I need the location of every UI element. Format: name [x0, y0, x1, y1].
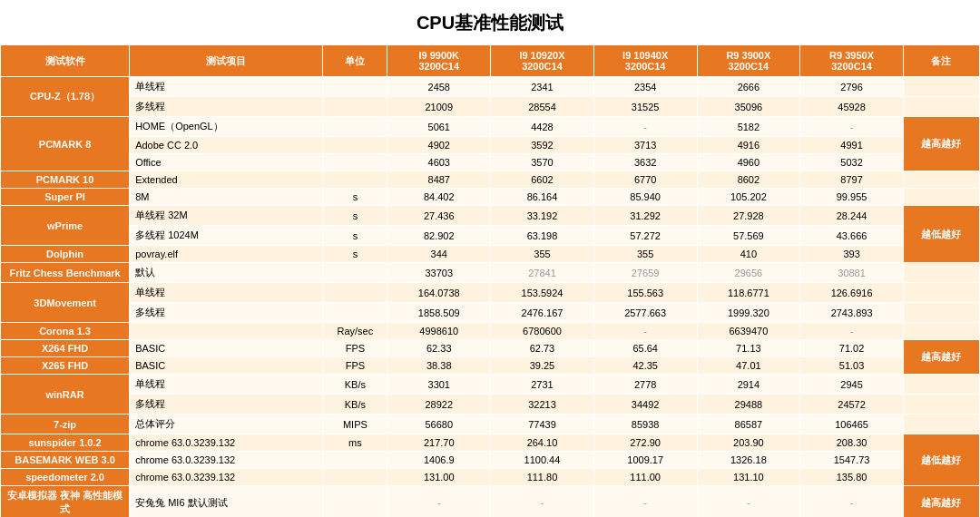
cell-value: 393	[800, 246, 904, 263]
cell-value: 153.5924	[491, 283, 594, 303]
cell-value: -	[697, 486, 800, 518]
cell-value: 32213	[491, 395, 594, 415]
cell-value: 155.563	[593, 283, 697, 303]
cell-value: 6780600	[491, 323, 594, 340]
cell-software: 3DMovement	[1, 283, 130, 323]
table-row: 多线程1858.5092476.1672577.6631999.3202743.…	[1, 303, 980, 323]
cell-unit: s	[323, 189, 387, 206]
cell-value: 29488	[697, 395, 800, 415]
header-col4: R9 3900X 3200C14	[697, 45, 800, 77]
cell-software: BASEMARK WEB 3.0	[1, 452, 130, 469]
cell-value: 99.955	[800, 189, 904, 206]
cell-value: 57.569	[697, 226, 800, 246]
cell-value: 5061	[387, 117, 491, 137]
cell-value: 3570	[491, 154, 594, 171]
cell-note-empty	[903, 171, 979, 189]
cell-item: 单线程 32M	[130, 206, 323, 226]
cell-value: 2476.167	[491, 303, 594, 323]
cell-item: povray.elf	[130, 246, 323, 263]
cell-item: BASIC	[130, 340, 323, 357]
cell-value: 2458	[387, 77, 491, 97]
cell-software: CPU-Z（1.78）	[1, 77, 130, 117]
cell-unit	[323, 303, 387, 323]
cell-value: 51.03	[800, 357, 904, 375]
cell-item: chrome 63.0.3239.132	[130, 434, 323, 452]
cell-value: 5182	[697, 117, 800, 137]
cell-value: -	[800, 117, 904, 137]
cell-note-empty	[903, 97, 979, 117]
cell-unit	[323, 452, 387, 469]
cell-unit: FPS	[323, 340, 387, 357]
cell-value: 126.6916	[800, 283, 904, 303]
cell-software: winRAR	[1, 375, 130, 415]
cell-value: 28922	[387, 395, 491, 415]
cell-value: 6602	[491, 171, 594, 189]
cell-value: 1547.73	[800, 452, 904, 469]
cell-item: 默认	[130, 263, 323, 283]
cell-note: 越高越好	[903, 486, 979, 518]
cell-value: 86.164	[491, 189, 594, 206]
cell-item: 单线程	[130, 283, 323, 303]
cell-item: 总体评分	[130, 415, 323, 434]
table-row: Adobe CC 2.049023592371349164991	[1, 137, 980, 154]
cell-value: 2796	[800, 77, 904, 97]
cell-note-empty	[903, 375, 979, 395]
table-row: winRAR单线程KB/s33012731277829142945	[1, 375, 980, 395]
table-row: sunspider 1.0.2chrome 63.0.3239.132ms217…	[1, 434, 980, 452]
cell-value: 4902	[387, 137, 491, 154]
cell-note-empty	[903, 415, 979, 434]
cell-item: 8M	[130, 189, 323, 206]
cell-unit	[323, 283, 387, 303]
header-note: 备注	[903, 45, 979, 77]
header-software: 测试软件	[1, 45, 130, 77]
cell-value: 2666	[697, 77, 800, 97]
cell-value: 77439	[491, 415, 594, 434]
cell-value: 4603	[387, 154, 491, 171]
cell-value: 62.33	[387, 340, 491, 357]
cell-software: PCMARK 10	[1, 171, 130, 189]
table-row: CPU-Z（1.78）单线程24582341235426662796	[1, 77, 980, 97]
table-row: Super PI8Ms84.40286.16485.940105.20299.9…	[1, 189, 980, 206]
cell-value: -	[800, 486, 904, 518]
table-row: wPrime单线程 32Ms27.43633.19231.29227.92828…	[1, 206, 980, 226]
cell-software: 安卓模拟器 夜神 高性能模式	[1, 486, 130, 518]
cell-value: 4998610	[387, 323, 491, 340]
cell-value: 1406.9	[387, 452, 491, 469]
cell-unit	[323, 154, 387, 171]
header-col2: I9 10920X 3200C14	[491, 45, 594, 77]
cell-value: 131.10	[697, 469, 800, 486]
cell-value: 39.25	[491, 357, 594, 375]
header-unit: 单位	[323, 45, 387, 77]
cell-unit	[323, 77, 387, 97]
cell-unit	[323, 97, 387, 117]
cell-value: 85938	[593, 415, 697, 434]
cell-value: 71.13	[697, 340, 800, 357]
cell-software: wPrime	[1, 206, 130, 246]
cell-value: 31.292	[593, 206, 697, 226]
cell-unit	[323, 486, 387, 518]
cell-item: 多线程	[130, 97, 323, 117]
cell-value: 4991	[800, 137, 904, 154]
cell-value: 2354	[593, 77, 697, 97]
cell-unit: Ray/sec	[323, 323, 387, 340]
cell-value: 2577.663	[593, 303, 697, 323]
cell-unit: s	[323, 226, 387, 246]
cell-item: 多线程 1024M	[130, 226, 323, 246]
cell-value: 1100.44	[491, 452, 594, 469]
cell-unit	[323, 137, 387, 154]
cell-value: 27.928	[697, 206, 800, 226]
cell-item: 安兔兔 MI6 默认测试	[130, 486, 323, 518]
cell-value: -	[387, 486, 491, 518]
cell-value: 164.0738	[387, 283, 491, 303]
cell-value: -	[800, 323, 904, 340]
cell-value: 4428	[491, 117, 594, 137]
cell-unit	[323, 171, 387, 189]
cell-software: Super PI	[1, 189, 130, 206]
cell-value: 208.30	[800, 434, 904, 452]
cell-software: Dolphin	[1, 246, 130, 263]
cell-item: 单线程	[130, 375, 323, 395]
table-row: PCMARK 8HOME（OpenGL）50614428-5182-越高越好	[1, 117, 980, 137]
cell-value: 24572	[800, 395, 904, 415]
cell-unit	[323, 469, 387, 486]
cell-value: 27.436	[387, 206, 491, 226]
